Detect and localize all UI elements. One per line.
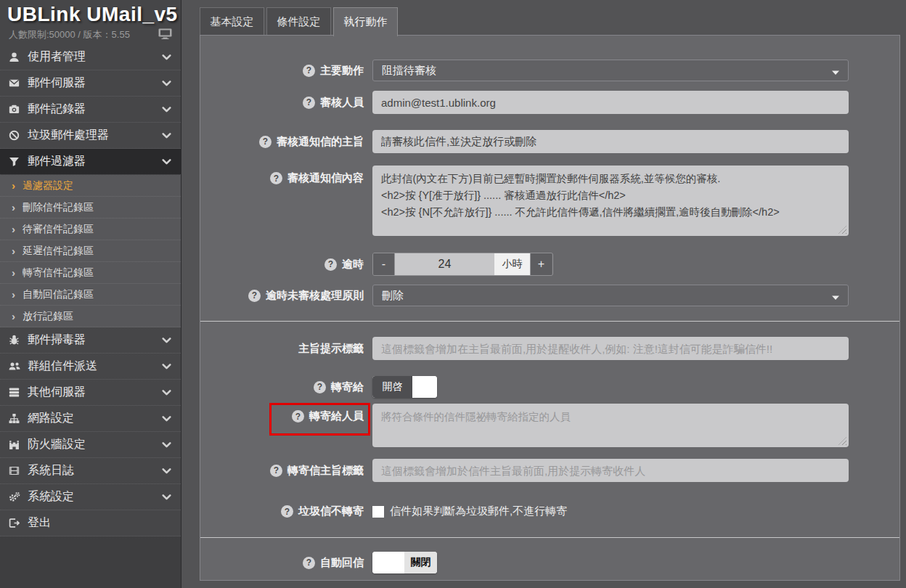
help-icon[interactable]: ? — [259, 136, 272, 148]
help-icon[interactable]: ? — [314, 381, 326, 393]
reviewer-input[interactable] — [372, 91, 849, 114]
chevron-down-icon — [161, 105, 172, 114]
timeout-unit-label: 小時 — [494, 253, 531, 275]
chevron-down-icon — [161, 336, 172, 345]
chevron-down-icon — [161, 493, 172, 502]
review-subject-input[interactable] — [372, 130, 849, 153]
review-content-textarea[interactable]: 此封信(內文在下方)目前已經暫時擱置於郵件伺服器系統,並等候您的審核. <h2>… — [372, 166, 849, 236]
main-content: 基本設定 條件設定 執行動作 ? 主要動作 阻擋待審核 — [182, 0, 906, 588]
sidebar-nav: 使用者管理 郵件伺服器 郵件記錄器 垃圾郵件處理器 郵件過濾器 — [0, 44, 181, 536]
sidebar-item-system-settings[interactable]: 系統設定 — [0, 484, 181, 510]
firewall-icon — [9, 439, 28, 450]
sidebar-item-spam-processor[interactable]: 垃圾郵件處理器 — [0, 123, 181, 149]
auto-reply-toggle-label: 關閉 — [404, 552, 437, 573]
toggle-knob — [412, 376, 437, 398]
timeout-increase-button[interactable]: + — [531, 253, 552, 275]
tab-execute-actions[interactable]: 執行動作 — [333, 7, 398, 36]
forward-recipients-textarea[interactable] — [372, 404, 849, 447]
caret-down-icon — [832, 290, 839, 302]
forward-subject-tag-input[interactable] — [372, 459, 849, 482]
cogs-icon — [9, 491, 28, 502]
submenu-item-deleted-mail-log[interactable]: › 刪除信件記錄區 — [0, 197, 181, 219]
spam-no-forward-checkbox[interactable] — [372, 506, 384, 518]
chevron-down-icon — [161, 53, 172, 62]
sidebar-item-firewall-settings[interactable]: 防火牆設定 — [0, 432, 181, 458]
submenu-item-pending-review-log[interactable]: › 待審信件記錄區 — [0, 219, 181, 240]
field-label-reviewer: ? 審核人員 — [200, 96, 372, 110]
submenu-item-label: 轉寄信件記錄區 — [23, 266, 94, 279]
chevron-right-icon: › — [12, 267, 15, 278]
tab-bar: 基本設定 條件設定 執行動作 — [200, 7, 398, 36]
sidebar-item-label: 郵件記錄器 — [28, 102, 86, 117]
sidebar-item-label: 郵件伺服器 — [28, 75, 86, 91]
sidebar-item-group-delivery[interactable]: 群組信件派送 — [0, 354, 181, 380]
chevron-right-icon: › — [12, 202, 15, 213]
sidebar-item-network-settings[interactable]: 網路設定 — [0, 406, 181, 432]
sitemap-icon — [9, 413, 28, 424]
field-label-review-content: ? 審核通知信內容 — [200, 166, 372, 185]
chevron-right-icon: › — [12, 289, 15, 300]
help-icon[interactable]: ? — [292, 410, 304, 422]
chevron-down-icon — [161, 158, 172, 166]
sidebar-item-logout[interactable]: 登出 — [0, 510, 181, 536]
toggle-knob — [372, 552, 404, 573]
chevron-down-icon — [161, 467, 172, 475]
settings-panel: ? 主要動作 阻擋待審核 ? 審核人員 — [200, 35, 900, 581]
ban-icon — [9, 130, 28, 141]
sidebar-item-antivirus[interactable]: 郵件掃毒器 — [0, 327, 181, 354]
sidebar-item-mail-server[interactable]: 郵件伺服器 — [0, 70, 181, 97]
help-icon[interactable]: ? — [270, 465, 282, 477]
spam-no-forward-checkbox-label: 信件如果判斷為垃圾郵件,不進行轉寄 — [390, 505, 567, 518]
sidebar-item-user-management[interactable]: 使用者管理 — [0, 44, 181, 70]
sidebar-item-label: 網路設定 — [28, 411, 74, 426]
license-version-text: 人數限制:50000 / 版本：5.55 — [9, 28, 130, 41]
help-icon[interactable]: ? — [270, 172, 282, 184]
help-icon[interactable]: ? — [281, 505, 293, 518]
field-label-forward-subject-tag: ? 轉寄信主旨標籤 — [200, 464, 372, 478]
chevron-down-icon — [161, 362, 172, 371]
bug-icon — [9, 335, 28, 346]
tab-condition-settings[interactable]: 條件設定 — [266, 7, 331, 35]
timeout-policy-select[interactable]: 刪除 — [372, 285, 849, 306]
caret-down-icon — [832, 65, 839, 77]
submenu-item-release-log[interactable]: › 放行記錄區 — [0, 306, 181, 327]
field-label-review-subject: ? 審核通知信的主旨 — [200, 135, 372, 149]
submenu-item-forwarded-mail-log[interactable]: › 轉寄信件記錄區 — [0, 262, 181, 284]
help-icon[interactable]: ? — [303, 97, 315, 109]
umail-admin-page: UBLink UMail_v5 人數限制:50000 / 版本：5.55 使用者… — [0, 0, 906, 588]
section-divider — [200, 321, 899, 322]
sidebar-item-label: 系統日誌 — [28, 463, 74, 478]
submenu-item-label: 自動回信記錄區 — [23, 288, 94, 301]
auto-reply-toggle[interactable]: 關閉 — [372, 552, 437, 573]
submenu-item-auto-reply-log[interactable]: › 自動回信記錄區 — [0, 284, 181, 306]
user-icon — [9, 52, 28, 62]
chevron-right-icon: › — [12, 245, 15, 256]
help-icon[interactable]: ? — [248, 290, 261, 302]
forward-toggle[interactable]: 開啓 — [372, 376, 437, 398]
sign-out-icon — [9, 518, 28, 528]
tab-basic-settings[interactable]: 基本設定 — [200, 7, 264, 35]
timeout-value[interactable]: 24 — [394, 253, 494, 275]
sidebar-item-label: 使用者管理 — [28, 49, 86, 65]
main-action-select[interactable]: 阻擋待審核 — [372, 60, 849, 81]
timeout-policy-value: 刪除 — [382, 289, 404, 303]
help-icon[interactable]: ? — [303, 65, 315, 77]
sidebar-item-other-servers[interactable]: 其他伺服器 — [0, 380, 181, 406]
sidebar-item-mail-filter[interactable]: 郵件過濾器 — [0, 149, 181, 175]
subject-tag-input[interactable] — [372, 337, 849, 360]
timeout-decrease-button[interactable]: - — [373, 253, 394, 275]
help-icon[interactable]: ? — [303, 557, 315, 569]
help-icon[interactable]: ? — [325, 258, 337, 271]
app-logo: UBLink UMail_v5 — [7, 1, 175, 28]
chevron-right-icon: › — [12, 224, 15, 234]
sidebar-item-mail-recorder[interactable]: 郵件記錄器 — [0, 97, 181, 123]
sidebar-item-label: 垃圾郵件處理器 — [28, 128, 109, 143]
field-label-subject-tag: 主旨提示標籤 — [200, 342, 372, 356]
field-label-forward-to: ? 轉寄給 — [200, 380, 372, 394]
desktop-icon — [158, 28, 172, 41]
submenu-item-delayed-mail-log[interactable]: › 延遲信件記錄區 — [0, 240, 181, 262]
submenu-item-filter-settings[interactable]: › 過濾器設定 — [0, 175, 181, 197]
submenu-item-label: 放行記錄區 — [23, 310, 73, 323]
submenu-item-label: 過濾器設定 — [23, 179, 73, 192]
sidebar-item-system-log[interactable]: 系統日誌 — [0, 458, 181, 484]
